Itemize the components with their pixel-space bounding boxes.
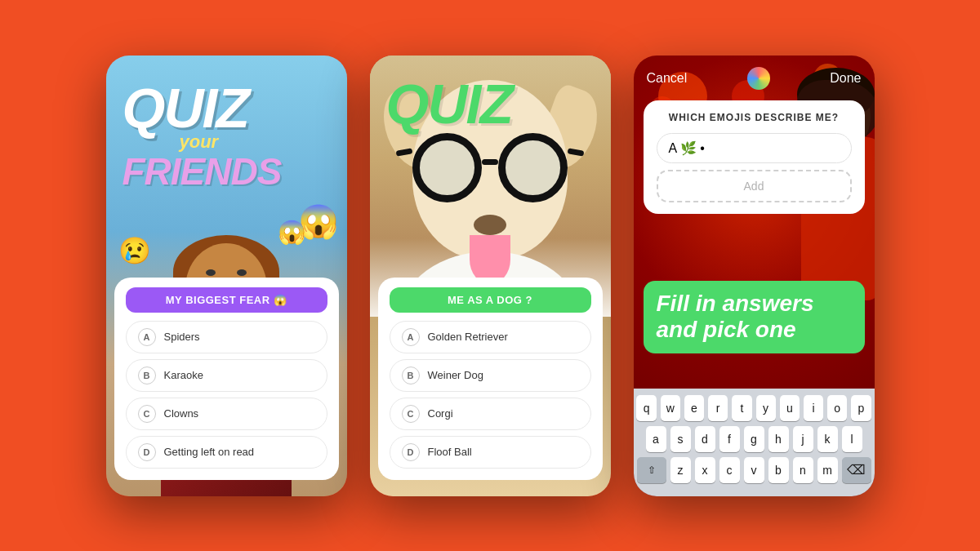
- key-d[interactable]: d: [695, 426, 715, 452]
- option-letter-c2: C: [402, 405, 420, 423]
- option-letter-a: A: [138, 328, 156, 346]
- option-letter-b2: B: [402, 367, 420, 384]
- key-delete[interactable]: ⌫: [842, 457, 871, 483]
- phone1-background: QUIZ your FRIENDS 😱 😢 😱 MY BIGGEST FEAR …: [106, 56, 347, 496]
- cancel-button[interactable]: Cancel: [647, 71, 688, 86]
- key-z[interactable]: z: [670, 457, 691, 483]
- phone-3: Cancel Done WHICH EMOJIS DESCRIBE ME? A …: [634, 56, 875, 496]
- key-c[interactable]: c: [719, 457, 740, 483]
- key-t[interactable]: t: [732, 395, 751, 421]
- phone-2: QUIZ ME AS A DOG ? A Golden Retriever B …: [370, 56, 611, 496]
- key-m[interactable]: m: [817, 457, 838, 483]
- option-letter-b: B: [138, 367, 156, 384]
- phone1-option-b[interactable]: B Karaoke: [126, 359, 327, 392]
- phone1-option-c[interactable]: C Clowns: [126, 398, 327, 430]
- glass-right-frame: [498, 133, 568, 202]
- keyboard-row-2: a s d f g h j k l: [637, 426, 871, 452]
- glass-left-frame: [412, 133, 482, 202]
- emoji-question-card: WHICH EMOJIS DESCRIBE ME? A 🌿 • Add: [644, 100, 865, 214]
- phone3-main-content: WHICH EMOJIS DESCRIBE ME? A 🌿 • Add: [644, 100, 865, 222]
- phone3-background: Cancel Done WHICH EMOJIS DESCRIBE ME? A …: [634, 56, 875, 496]
- key-i[interactable]: i: [804, 395, 823, 421]
- phone1-option-d[interactable]: D Getting left on read: [126, 436, 327, 469]
- keyboard-row-3: ⇧ z x c v b n m ⌫: [637, 457, 871, 483]
- phone3-header: Cancel Done: [634, 56, 875, 101]
- emoji-scared-2: 😱: [278, 219, 306, 246]
- phone1-card-header: MY BIGGEST FEAR 😱: [126, 287, 327, 313]
- key-o[interactable]: o: [827, 395, 847, 421]
- glass-bridge: [482, 159, 498, 165]
- option-letter-c: C: [138, 405, 156, 423]
- key-j[interactable]: j: [793, 426, 813, 452]
- key-w[interactable]: w: [661, 395, 680, 421]
- fill-in-line1: Fill in answers: [657, 291, 852, 317]
- answer-a-text: A 🌿 •: [669, 140, 705, 156]
- key-r[interactable]: r: [708, 395, 728, 421]
- option-letter-a2: A: [402, 328, 420, 346]
- key-n[interactable]: n: [793, 457, 813, 483]
- key-u[interactable]: u: [780, 395, 800, 421]
- person-eye-right: [237, 269, 247, 276]
- quiz-label-2: QUIZ: [386, 76, 512, 131]
- key-s[interactable]: s: [670, 426, 691, 452]
- key-v[interactable]: v: [744, 457, 764, 483]
- fill-in-line2: and pick one: [657, 317, 852, 343]
- person-eye-left: [206, 269, 216, 276]
- phone2-quiz-card: ME AS A DOG ? A Golden Retriever B Weine…: [378, 278, 603, 480]
- key-g[interactable]: g: [744, 426, 764, 452]
- emoji-add-placeholder[interactable]: Add: [657, 170, 852, 202]
- phone2-option-b[interactable]: B Weiner Dog: [390, 359, 591, 392]
- key-e[interactable]: e: [684, 395, 704, 421]
- phone2-quiz-title: QUIZ: [386, 76, 512, 131]
- phone1-option-a[interactable]: A Spiders: [126, 321, 327, 353]
- emoji-answer-a[interactable]: A 🌿 •: [657, 133, 852, 163]
- key-q[interactable]: q: [636, 395, 656, 421]
- key-b[interactable]: b: [768, 457, 789, 483]
- option-letter-d2: D: [402, 443, 420, 461]
- key-p[interactable]: p: [851, 395, 871, 421]
- dog-glasses-container: [408, 133, 572, 207]
- key-l[interactable]: l: [842, 426, 862, 452]
- key-k[interactable]: k: [817, 426, 838, 452]
- dog-tongue: [470, 235, 510, 284]
- phone2-card-header: ME AS A DOG ?: [390, 287, 591, 313]
- phone2-background: QUIZ ME AS A DOG ? A Golden Retriever B …: [370, 56, 611, 496]
- dog-nose: [474, 215, 506, 235]
- phone-1: QUIZ your FRIENDS 😱 😢 😱 MY BIGGEST FEAR …: [106, 56, 347, 496]
- phone1-quiz-title: QUIZ your FRIENDS: [122, 80, 282, 190]
- key-h[interactable]: h: [768, 426, 789, 452]
- phone2-option-a[interactable]: A Golden Retriever: [390, 321, 591, 353]
- key-x[interactable]: x: [695, 457, 715, 483]
- phone2-option-d[interactable]: D Floof Ball: [390, 436, 591, 469]
- key-shift[interactable]: ⇧: [637, 457, 666, 483]
- keyboard: q w e r t y u i o p a s d f g h j k l: [634, 389, 875, 496]
- quiz-friends-label: FRIENDS: [122, 153, 282, 190]
- done-button[interactable]: Done: [830, 71, 861, 86]
- color-picker-icon[interactable]: [747, 67, 770, 90]
- key-a[interactable]: a: [646, 426, 666, 452]
- emoji-question-title: WHICH EMOJIS DESCRIBE ME?: [657, 112, 852, 123]
- keyboard-row-1: q w e r t y u i o p: [637, 395, 871, 421]
- emoji-cry: 😢: [118, 235, 151, 266]
- quiz-label-1: QUIZ: [122, 80, 282, 136]
- phone1-quiz-card: MY BIGGEST FEAR 😱 A Spiders B Karaoke C …: [114, 278, 339, 480]
- option-letter-d: D: [138, 443, 156, 461]
- key-f[interactable]: f: [719, 426, 740, 452]
- fill-in-banner: Fill in answers and pick one: [644, 281, 865, 353]
- phone2-option-c[interactable]: C Corgi: [390, 398, 591, 430]
- key-y[interactable]: y: [756, 395, 776, 421]
